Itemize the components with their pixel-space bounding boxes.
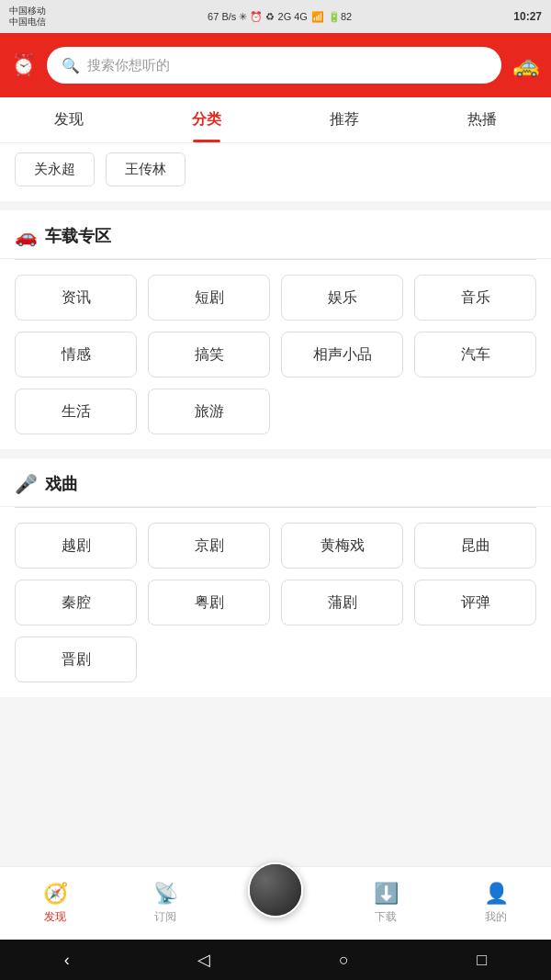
nav-discover[interactable]: 🧭 发现 — [0, 882, 110, 925]
section-opera-title: 戏曲 — [45, 473, 78, 495]
tag-crosstalk[interactable]: 相声小品 — [281, 332, 403, 377]
tag-yue-opera[interactable]: 越剧 — [15, 523, 137, 569]
download-icon: ⬇️ — [374, 882, 399, 906]
tag-kun-opera[interactable]: 昆曲 — [414, 523, 536, 569]
nav-download[interactable]: ⬇️ 下载 — [331, 882, 441, 925]
tab-hot[interactable]: 热播 — [413, 97, 551, 142]
nav-subscribe-label: 订阅 — [154, 909, 176, 925]
center-avatar[interactable] — [248, 862, 303, 918]
tag-news[interactable]: 资讯 — [15, 275, 137, 321]
carrier-info: 中国移动 中国电信 — [9, 6, 46, 28]
car-tag-grid: 资讯 短剧 娱乐 音乐 情感 搞笑 相声小品 汽车 生活 旅游 — [0, 260, 551, 449]
person-row: 关永超 王传林 — [0, 143, 551, 201]
section-car: 🚗 车载专区 资讯 短剧 娱乐 音乐 情感 搞笑 相声小品 汽车 生活 旅游 — [0, 210, 551, 449]
rss-icon: 📡 — [153, 882, 178, 906]
nav-subscribe[interactable]: 📡 订阅 — [110, 882, 220, 925]
tag-jin-opera[interactable]: 晋剧 — [15, 636, 137, 682]
nav-tabs: 发现 分类 推荐 热播 — [0, 97, 551, 143]
app-header: ⏰ 🔍 搜索你想听的 🚕 — [0, 33, 551, 97]
avatar-image — [250, 864, 301, 916]
clock: 10:27 — [513, 10, 542, 23]
person-pill-2[interactable]: 王传林 — [106, 152, 186, 186]
header-clock-icon[interactable]: ⏰ — [11, 53, 36, 77]
nav-discover-label: 发现 — [44, 909, 66, 925]
tag-car[interactable]: 汽车 — [414, 332, 536, 377]
tab-discover[interactable]: 发现 — [0, 97, 138, 142]
person-pill-1[interactable]: 关永超 — [15, 152, 95, 186]
car-section-icon: 🚗 — [15, 225, 38, 247]
overview-button[interactable]: □ — [477, 951, 487, 970]
tag-yue-opera2[interactable]: 粤剧 — [148, 580, 270, 625]
status-center: 67 B/s ✳ ⏰ ♻ 2G 4G 📶 🔋82 — [208, 11, 352, 23]
nav-mine[interactable]: 👤 我的 — [441, 882, 551, 925]
search-placeholder: 搜索你想听的 — [87, 57, 170, 74]
tag-life[interactable]: 生活 — [15, 389, 137, 434]
car-mode-icon[interactable]: 🚕 — [512, 52, 540, 78]
android-bar: ‹ ◁ ○ □ — [0, 940, 551, 980]
tag-music[interactable]: 音乐 — [414, 275, 536, 321]
tag-funny[interactable]: 搞笑 — [148, 332, 270, 377]
status-bar: 中国移动 中国电信 67 B/s ✳ ⏰ ♻ 2G 4G 📶 🔋82 10:27 — [0, 0, 551, 33]
home-button[interactable]: ◁ — [197, 950, 210, 970]
section-opera-header: 🎤 戏曲 — [0, 458, 551, 507]
back-button[interactable]: ‹ — [64, 951, 70, 970]
tag-emotion[interactable]: 情感 — [15, 332, 137, 377]
tag-qin-opera[interactable]: 秦腔 — [15, 580, 137, 625]
tab-category[interactable]: 分类 — [138, 97, 276, 142]
main-content: 关永超 王传林 🚗 车载专区 资讯 短剧 娱乐 音乐 情感 搞笑 相声小品 汽车… — [0, 143, 551, 826]
tag-travel[interactable]: 旅游 — [148, 389, 270, 434]
nav-mine-label: 我的 — [485, 909, 507, 925]
search-bar[interactable]: 🔍 搜索你想听的 — [47, 47, 501, 84]
compass-icon: 🧭 — [43, 882, 68, 906]
opera-section-icon: 🎤 — [15, 473, 38, 495]
nav-center[interactable] — [220, 862, 331, 918]
tag-short-drama[interactable]: 短剧 — [148, 275, 270, 321]
section-car-header: 🚗 车载专区 — [0, 210, 551, 259]
bottom-nav: 🧭 发现 📡 订阅 ⬇️ 下载 👤 我的 — [0, 866, 551, 940]
tag-jing-opera[interactable]: 京剧 — [148, 523, 270, 569]
tag-pu-opera[interactable]: 蒲剧 — [281, 580, 403, 625]
tab-recommend[interactable]: 推荐 — [276, 97, 413, 142]
section-opera: 🎤 戏曲 越剧 京剧 黄梅戏 昆曲 秦腔 粤剧 蒲剧 评弹 晋剧 — [0, 458, 551, 697]
nav-download-label: 下载 — [375, 909, 397, 925]
recent-button[interactable]: ○ — [339, 951, 349, 970]
search-icon: 🔍 — [62, 57, 80, 74]
opera-tag-grid: 越剧 京剧 黄梅戏 昆曲 秦腔 粤剧 蒲剧 评弹 晋剧 — [0, 508, 551, 697]
tag-entertainment[interactable]: 娱乐 — [281, 275, 403, 321]
section-car-title: 车载专区 — [45, 225, 111, 247]
tag-huangmei[interactable]: 黄梅戏 — [281, 523, 403, 569]
tag-pingtan[interactable]: 评弹 — [414, 580, 536, 625]
person-icon: 👤 — [484, 882, 509, 906]
